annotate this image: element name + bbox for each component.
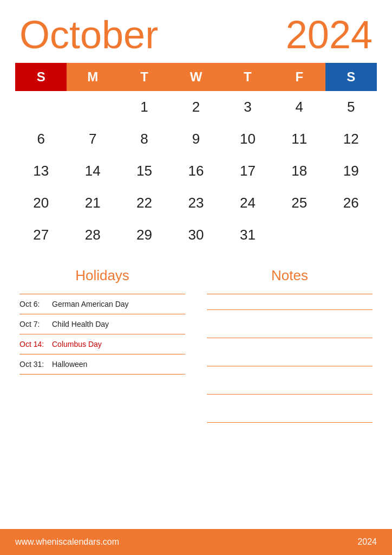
calendar-day: 16 [170,155,221,187]
calendar-day: 2 [170,91,221,123]
calendar-day: 27 [15,219,67,251]
calendar-day: 28 [67,219,118,251]
year-title: 2024 [286,15,373,54]
bottom-section: Holidays Oct 6:German American DayOct 7:… [0,251,392,428]
calendar-day: 22 [119,187,170,219]
calendar-day: 21 [67,187,118,219]
calendar-day: 8 [119,123,170,155]
holiday-name: German American Day [52,300,129,308]
calendar-table: S M T W T F S 12345678910111213141516171… [15,63,377,251]
holiday-item: Oct 6:German American Day [19,294,185,314]
note-line-2 [207,322,373,338]
calendar-week-4: 20212223242526 [15,187,377,219]
calendar-day: 18 [273,155,325,187]
calendar-header: October 2024 [0,0,392,63]
holiday-name: Child Health Day [52,320,109,328]
calendar-day: 24 [222,187,273,219]
footer-url: www.wheniscalendars.com [15,537,119,547]
note-line-4 [207,378,373,395]
calendar-day [67,91,118,123]
calendar-day: 17 [222,155,273,187]
calendar-day: 19 [325,155,377,187]
holiday-date: Oct 14: [19,340,45,349]
calendar-day: 26 [325,187,377,219]
note-line-1 [207,294,373,310]
holiday-item: Oct 7:Child Health Day [19,314,185,334]
calendar-day [273,219,325,251]
note-line-5 [207,406,373,423]
calendar-day: 11 [273,123,325,155]
holiday-name: Columbus Day [52,340,102,349]
calendar-day: 30 [170,219,221,251]
notes-section: Notes [196,267,373,423]
calendar-week-3: 13141516171819 [15,155,377,187]
holiday-date: Oct 31: [19,360,45,369]
footer-year: 2024 [357,537,377,547]
holidays-list: Oct 6:German American DayOct 7:Child Hea… [19,294,185,375]
calendar-day: 7 [67,123,118,155]
holiday-item: Oct 31:Halloween [19,354,185,375]
holiday-date: Oct 6: [19,300,45,308]
day-header-row: S M T W T F S [15,63,377,91]
calendar-day: 3 [222,91,273,123]
calendar-day: 14 [67,155,118,187]
day-sunday: S [15,63,67,91]
day-saturday: S [325,63,377,91]
day-friday: F [273,63,325,91]
notes-title: Notes [207,267,373,284]
calendar-wrapper: S M T W T F S 12345678910111213141516171… [0,63,392,251]
calendar-day: 5 [325,91,377,123]
calendar-week-5: 2728293031 [15,219,377,251]
holiday-item: Oct 14:Columbus Day [19,334,185,354]
calendar-day: 6 [15,123,67,155]
note-line-3 [207,350,373,366]
calendar-week-1: 12345 [15,91,377,123]
calendar-day: 10 [222,123,273,155]
calendar-day [15,91,67,123]
month-title: October [19,15,158,54]
notes-lines [207,294,373,423]
day-tuesday: T [119,63,170,91]
calendar-day: 25 [273,187,325,219]
calendar-day: 9 [170,123,221,155]
calendar-day: 15 [119,155,170,187]
day-thursday: T [222,63,273,91]
calendar-day: 20 [15,187,67,219]
holiday-name: Halloween [52,360,87,369]
calendar-day: 13 [15,155,67,187]
calendar-day: 12 [325,123,377,155]
day-wednesday: W [170,63,221,91]
calendar-day: 1 [119,91,170,123]
day-monday: M [67,63,118,91]
calendar-day: 4 [273,91,325,123]
calendar-week-2: 6789101112 [15,123,377,155]
holiday-date: Oct 7: [19,320,45,328]
calendar-day [325,219,377,251]
calendar-day: 23 [170,187,221,219]
calendar-day: 29 [119,219,170,251]
holidays-section: Holidays Oct 6:German American DayOct 7:… [19,267,196,423]
footer: www.wheniscalendars.com 2024 [0,529,392,555]
holidays-title: Holidays [19,267,185,284]
calendar-body: 1234567891011121314151617181920212223242… [15,91,377,251]
calendar-day: 31 [222,219,273,251]
